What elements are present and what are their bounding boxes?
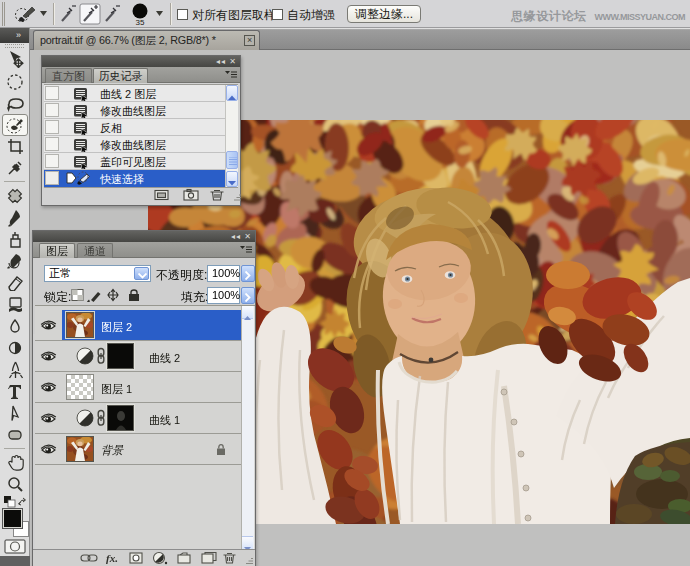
svg-text:fx.: fx. (106, 552, 118, 564)
svg-text:35: 35 (136, 18, 145, 26)
